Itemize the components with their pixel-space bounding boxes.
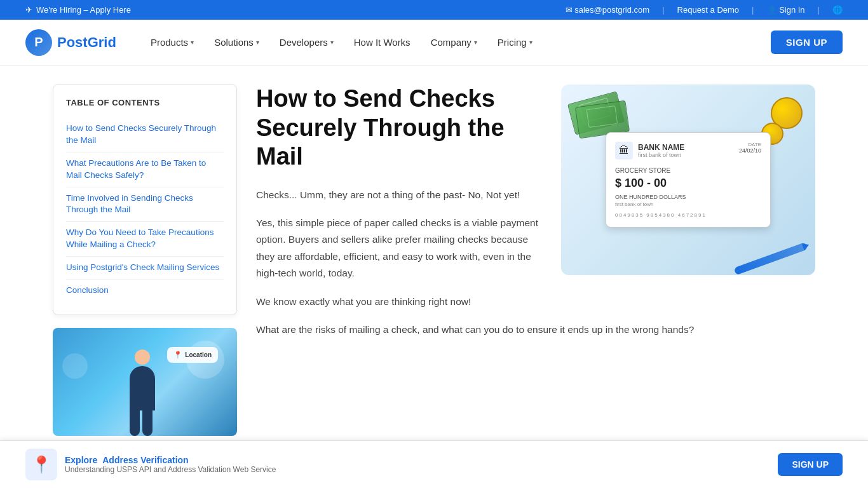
bottom-signup-button[interactable]: SIGN UP [778,453,843,455]
check-bank-header: 🏛 BANK NAME first bank of town [615,142,684,159]
check-card: 🏛 BANK NAME first bank of town DATE 24/0… [606,132,771,227]
check-numbers: 0049835 9854380 4672891 [615,212,761,218]
email-link[interactable]: ✉ sales@postgrid.com [566,5,650,15]
date-value: 24/02/10 [739,147,761,154]
logo-icon: P [25,29,52,56]
separator2: | [752,5,754,15]
page-content: TABLE OF CONTENTS How to Send Checks Sec… [27,65,841,455]
chevron-down-icon: ▾ [474,39,477,46]
nav-products-label: Products [151,37,188,48]
toc-item-5[interactable]: Using Postgrid's Check Mailing Services [66,257,224,280]
check-bank-ref: first bank of town [615,201,761,207]
plane-icon: ✈ [25,5,32,15]
logo[interactable]: P PostGrid [25,29,116,56]
toc-list: How to Send Checks Securely Through the … [66,118,224,302]
toc-box: TABLE OF CONTENTS How to Send Checks Sec… [53,85,237,315]
toc-sidebar: TABLE OF CONTENTS How to Send Checks Sec… [53,85,237,436]
nav-developers-label: Developers [280,37,328,48]
nav-pricing-label: Pricing [498,37,527,48]
nav-pricing[interactable]: Pricing ▾ [489,32,541,53]
location-icon: 📍 [25,449,57,455]
hiring-banner[interactable]: ✈ We're Hiring – Apply Here [25,5,131,15]
blog-image: 📍 Location [53,328,237,436]
bank-name: BANK NAME [638,143,684,152]
separator3: | [818,5,820,15]
article-para-3: We know exactly what you are thinking ri… [256,294,815,310]
globe-icon[interactable]: 🌐 [832,5,843,15]
nav-company-label: Company [431,37,471,48]
nav-links: Products ▾ Solutions ▾ Developers ▾ How … [142,32,771,53]
toc-item-6[interactable]: Conclusion [66,280,224,302]
request-demo-link[interactable]: Request a Demo [677,5,740,15]
signup-button[interactable]: SIGN UP [771,30,843,54]
article-para-4: What are the risks of mailing a check, a… [256,322,815,338]
chevron-down-icon: ▾ [330,39,334,46]
toc-item-4[interactable]: Why Do You Need to Take Precautions Whil… [66,222,224,257]
toc-item-2[interactable]: What Precautions Are to Be Taken to Mail… [66,152,224,187]
chevron-down-icon: ▾ [529,39,532,46]
chevron-down-icon: ▾ [191,39,194,46]
nav-how-it-works[interactable]: How It Works [345,32,419,53]
bank-icon: 🏛 [615,142,633,159]
toc-item-1[interactable]: How to Send Checks Securely Through the … [66,118,224,152]
nav-products[interactable]: Products ▾ [142,32,203,53]
top-bar: ✈ We're Hiring – Apply Here ✉ sales@post… [0,0,868,20]
navbar: P PostGrid Products ▾ Solutions ▾ Develo… [0,20,868,65]
check-amount-box: $ 100 - 00 [615,177,761,190]
hiring-link[interactable]: We're Hiring – Apply Here [36,5,131,15]
pen-decoration [734,242,808,275]
chevron-down-icon: ▾ [256,39,259,46]
check-illustration: 🏛 BANK NAME first bank of town DATE 24/0… [561,85,815,275]
email-icon: ✉ [566,5,575,15]
check-payee: GROCERY STORE [615,167,761,174]
bank-sub: first bank of town [638,152,684,158]
date-label: DATE [739,142,761,147]
nav-developers[interactable]: Developers ▾ [271,32,342,53]
blog-image-inner: 📍 Location [53,328,237,436]
user-icon: 👤 [767,5,780,15]
separator: | [662,5,664,15]
bottom-bar: 📍 Explore Address Verification Understan… [0,440,868,455]
nav-solutions[interactable]: Solutions ▾ [205,32,268,53]
toc-title: TABLE OF CONTENTS [66,98,224,107]
nav-solutions-label: Solutions [214,37,254,48]
logo-text: PostGrid [57,34,116,51]
check-amount: $ 100 - 00 [615,177,667,190]
circle-decoration-2 [62,353,88,379]
toc-item-3[interactable]: Time Involved in Sending Checks Through … [66,187,224,222]
main-content: 🏛 BANK NAME first bank of town DATE 24/0… [256,85,815,436]
sign-in-link[interactable]: 👤 Sign In [767,5,805,15]
nav-company[interactable]: Company ▾ [422,32,486,53]
top-bar-actions: ✉ sales@postgrid.com | Request a Demo | … [566,5,843,15]
check-date-area: DATE 24/02/10 [739,142,761,154]
nav-how-it-works-label: How It Works [354,37,410,48]
check-written: ONE HUNDRED DOLLARS [615,194,761,200]
bottom-bar-left: 📍 Explore Address Verification Understan… [25,449,276,455]
